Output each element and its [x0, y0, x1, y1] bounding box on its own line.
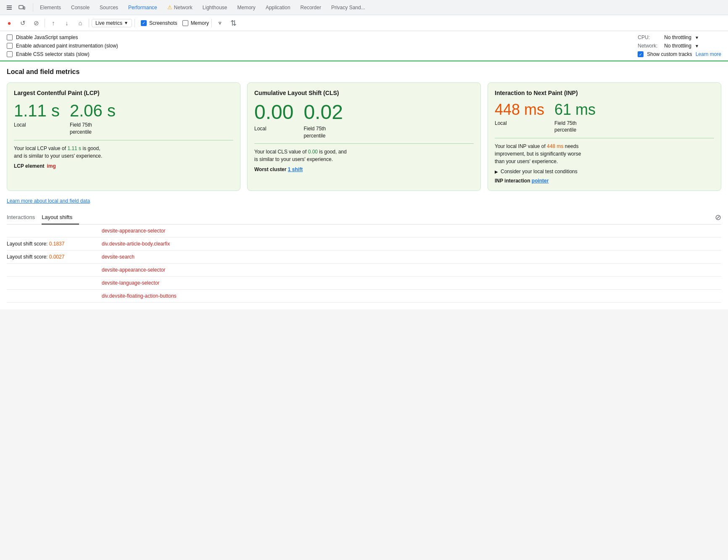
cpu-throttle-select[interactable]: No throttling ▼ — [664, 34, 699, 40]
main-panel: Local and field metrics Largest Contentf… — [0, 61, 728, 309]
cpu-dropdown-icon: ▼ — [695, 35, 699, 40]
tab-performance[interactable]: Performance — [123, 0, 162, 16]
tab-layout-shifts[interactable]: Layout shifts — [42, 211, 79, 225]
ls-element-4[interactable]: devsite-appearance-selector — [99, 266, 168, 274]
lcp-field-label: Field 75thpercentile — [70, 122, 116, 136]
cls-field-value: 0.02 Field 75thpercentile — [303, 101, 343, 139]
lcp-field-value: 2.06 s Field 75thpercentile — [70, 101, 116, 136]
cls-divider — [254, 143, 474, 144]
inp-field-label: Field 75thpercentile — [554, 120, 596, 134]
settings-right: CPU: No throttling ▼ Network: No throttl… — [638, 34, 721, 57]
lcp-local-number: 1.11 s — [14, 101, 60, 120]
ls-element-6[interactable]: div.devsite-floating-action-buttons — [99, 292, 179, 300]
network-conditions-icon[interactable]: ⛛ — [214, 17, 226, 29]
cls-highlight: 0.00 — [308, 149, 318, 155]
inp-values: 448 ms Local 61 ms Field 75thpercentile — [495, 101, 714, 134]
ls-element-5[interactable]: devsite-language-selector — [99, 279, 162, 287]
css-selector-checkbox[interactable] — [7, 51, 13, 57]
dropdown-arrow-icon: ▼ — [124, 21, 128, 25]
svg-rect-0 — [7, 5, 12, 6]
devtools-menu-icon[interactable] — [3, 2, 15, 13]
inp-consider-row[interactable]: ▶ Consider your local test conditions — [495, 169, 714, 174]
inp-local-label: Local — [495, 120, 544, 127]
lcp-values: 1.11 s Local 2.06 s Field 75thpercentile — [14, 101, 233, 136]
inp-local-number: 448 ms — [495, 101, 544, 118]
inp-card: Interaction to Next Paint (INP) 448 ms L… — [488, 82, 721, 191]
circle-slash-icon: ⊘ — [715, 213, 721, 222]
record-button[interactable]: ● — [3, 17, 15, 29]
svg-rect-1 — [7, 7, 12, 8]
lcp-desc: Your local LCP value of 1.11 s is good,a… — [14, 145, 233, 160]
upload-button[interactable]: ↑ — [47, 17, 59, 29]
live-metrics-dropdown[interactable]: Live metrics ▼ — [92, 19, 132, 27]
disable-js-checkbox[interactable] — [7, 34, 13, 40]
ls-element-2[interactable]: div.devsite-article-body.clearfix — [99, 240, 172, 248]
advanced-paint-checkbox[interactable] — [7, 43, 13, 49]
tab-network[interactable]: ⚠ Network — [162, 0, 198, 16]
learn-more-field-link[interactable]: Learn more about local and field data — [7, 198, 90, 204]
device-toolbar-icon[interactable] — [16, 2, 28, 13]
tab-lighthouse[interactable]: Lighthouse — [198, 0, 232, 16]
inp-highlight: 448 ms — [547, 143, 563, 149]
cls-title: Cumulative Layout Shift (CLS) — [254, 90, 474, 96]
tab-console[interactable]: Console — [66, 0, 95, 16]
tab-privacy-sandbox[interactable]: Privacy Sand... — [326, 0, 370, 16]
ls-row-3: Layout shift score: 0.0027 devsite-searc… — [7, 251, 721, 264]
warning-icon: ⚠ — [167, 4, 172, 11]
cls-desc: Your local CLS value of 0.00 is good, an… — [254, 148, 474, 163]
devtools-icon-group — [3, 2, 28, 13]
inp-consider-text: Consider your local test conditions — [501, 169, 578, 174]
settings-left: Disable JavaScript samples Enable advanc… — [7, 34, 118, 57]
cls-local-number: 0.00 — [254, 101, 293, 124]
inp-pointer-link[interactable]: pointer — [532, 178, 549, 184]
network-throttle-select[interactable]: No throttling ▼ — [664, 43, 699, 49]
cls-worst-cluster: Worst cluster 1 shift — [254, 166, 474, 172]
ls-score-3: 0.0027 — [49, 254, 65, 260]
svg-rect-2 — [7, 9, 12, 10]
worst-cluster-link[interactable]: 1 shift — [288, 166, 303, 172]
tab-application[interactable]: Application — [261, 0, 295, 16]
reload-button[interactable]: ↺ — [17, 17, 29, 29]
screenshots-checkbox[interactable]: ✓ — [141, 20, 147, 26]
lcp-local-value: 1.11 s Local — [14, 101, 60, 136]
tab-elements[interactable]: Elements — [35, 0, 66, 16]
memory-checkbox[interactable] — [182, 20, 188, 26]
network-throttle-row: Network: No throttling ▼ — [638, 43, 721, 49]
ls-element-3[interactable]: devsite-search — [99, 253, 137, 261]
cls-card: Cumulative Layout Shift (CLS) 0.00 Local… — [247, 82, 481, 191]
inp-field-value: 61 ms Field 75thpercentile — [554, 101, 596, 134]
layout-shifts-table: devsite-appearance-selector Layout shift… — [7, 225, 721, 303]
custom-tracks-learn-more[interactable]: Learn more — [696, 51, 721, 57]
ls-element-1[interactable]: devsite-appearance-selector — [99, 227, 168, 235]
lcp-title: Largest Contentful Paint (LCP) — [14, 90, 233, 96]
disable-js-samples-setting: Disable JavaScript samples — [7, 34, 118, 40]
lcp-element-row: LCP element img — [14, 163, 233, 169]
ls-label-2: Layout shift score: 0.1837 — [7, 241, 99, 247]
memory-checkbox-label[interactable]: Memory — [182, 20, 209, 26]
sub-tabs: Interactions Layout shifts ⊘ — [7, 211, 721, 225]
inp-local-value: 448 ms Local — [495, 101, 544, 134]
lcp-element-link[interactable]: img — [47, 163, 55, 169]
ls-row-4: devsite-appearance-selector — [7, 264, 721, 277]
cls-field-label: Field 75thpercentile — [303, 125, 343, 140]
settings-icon[interactable]: ⇅ — [228, 17, 240, 29]
inp-field-number: 61 ms — [554, 101, 596, 118]
custom-tracks-checkbox[interactable]: ✓ — [638, 51, 644, 57]
devtools-tab-bar: Elements Console Sources Performance ⚠ N… — [0, 0, 728, 15]
performance-toolbar: ● ↺ ⊘ ↑ ↓ ⌂ Live metrics ▼ ✓ Screenshots… — [0, 15, 728, 31]
cls-values: 0.00 Local 0.02 Field 75thpercentile — [254, 101, 474, 139]
ls-row-5: devsite-language-selector — [7, 277, 721, 290]
tab-memory[interactable]: Memory — [232, 0, 261, 16]
tab-sources[interactable]: Sources — [95, 0, 123, 16]
ls-row-2: Layout shift score: 0.1837 div.devsite-a… — [7, 238, 721, 251]
ls-row-1: devsite-appearance-selector — [7, 225, 721, 238]
tab-interactions[interactable]: Interactions — [7, 211, 42, 225]
home-button[interactable]: ⌂ — [74, 17, 86, 29]
download-button[interactable]: ↓ — [61, 17, 73, 29]
lcp-highlight: 1.11 s — [67, 145, 81, 151]
tab-recorder[interactable]: Recorder — [295, 0, 326, 16]
clear-button[interactable]: ⊘ — [30, 17, 42, 29]
lcp-card: Largest Contentful Paint (LCP) 1.11 s Lo… — [7, 82, 240, 191]
screenshots-checkbox-label[interactable]: ✓ Screenshots — [141, 20, 177, 26]
lcp-local-label: Local — [14, 122, 60, 129]
